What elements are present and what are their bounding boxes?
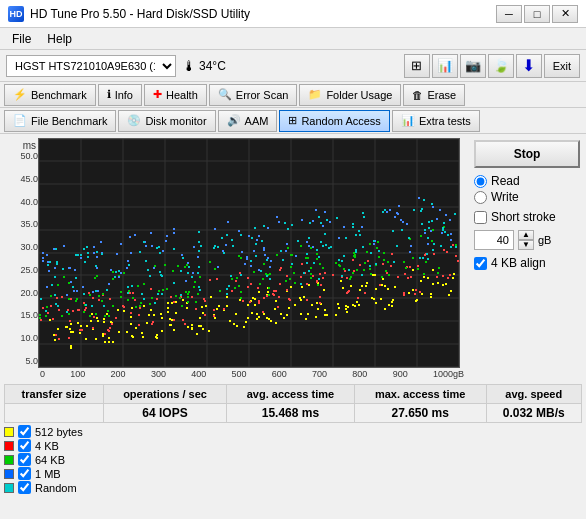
- x-val-1: 100: [70, 369, 85, 379]
- minimize-button[interactable]: ─: [496, 5, 522, 23]
- toolbar-icon-3[interactable]: 📷: [460, 54, 486, 78]
- write-radio-label[interactable]: Write: [474, 190, 580, 204]
- stroke-spinner-input[interactable]: [474, 230, 514, 250]
- spinner-up-button[interactable]: ▲: [518, 230, 534, 240]
- legend-cell: [5, 404, 104, 423]
- x-val-0: 0: [40, 369, 45, 379]
- close-button[interactable]: ✕: [552, 5, 578, 23]
- tab-benchmark[interactable]: ⚡ Benchmark: [4, 84, 96, 106]
- spinner-row: ▲ ▼ gB: [474, 230, 580, 250]
- read-label: Read: [491, 174, 520, 188]
- y-val-4: 30.0: [4, 242, 38, 252]
- legend-color-box: [4, 441, 14, 451]
- tab-disk-monitor-label: Disk monitor: [145, 115, 206, 127]
- tab-health-label: Health: [166, 89, 198, 101]
- file-benchmark-icon: 📄: [13, 114, 27, 127]
- toolbar-icon-1[interactable]: ⊞: [404, 54, 430, 78]
- legend-checkbox-0[interactable]: [18, 425, 31, 438]
- legend-checkbox-3[interactable]: [18, 467, 31, 480]
- tab-aam[interactable]: 🔊 AAM: [218, 110, 278, 132]
- tab-folder-usage[interactable]: 📁 Folder Usage: [299, 84, 401, 106]
- toolbar-icon-5[interactable]: ⬇: [516, 54, 542, 78]
- menu-file[interactable]: File: [4, 30, 39, 48]
- legend-color-box: [4, 455, 14, 465]
- benchmark-chart: [38, 138, 460, 368]
- app-title: HD Tune Pro 5.50 - Hard Disk/SSD Utility: [30, 7, 250, 21]
- short-stroke-checkbox[interactable]: [474, 211, 487, 224]
- app-icon: HD: [8, 6, 24, 22]
- short-stroke-text: Short stroke: [491, 210, 556, 224]
- tab-info-label: Info: [115, 89, 133, 101]
- read-radio[interactable]: [474, 175, 487, 188]
- tab-random-access[interactable]: ⊞ Random Access: [279, 110, 389, 132]
- random-access-icon: ⊞: [288, 114, 297, 127]
- tab-error-scan-label: Error Scan: [236, 89, 289, 101]
- y-val-9: 5.0: [4, 356, 38, 366]
- legend-label: 4 KB: [35, 440, 59, 452]
- y-axis: ms 50.0 45.0 40.0 35.0 30.0 25.0 20.0 15…: [4, 138, 38, 368]
- legend-checkbox-4[interactable]: [18, 481, 31, 494]
- x-val-2: 200: [111, 369, 126, 379]
- legend-color-box: [4, 427, 14, 437]
- legend-label: 64 KB: [35, 454, 65, 466]
- legend-item: 512 bytes: [4, 425, 582, 438]
- tabs-row-1: ⚡ Benchmark ℹ Info ✚ Health 🔍 Error Scan…: [0, 82, 586, 108]
- tab-file-benchmark[interactable]: 📄 File Benchmark: [4, 110, 116, 132]
- stats-data-row: 64 IOPS 15.468 ms 27.650 ms 0.032 MB/s: [5, 404, 582, 423]
- tab-extra-tests[interactable]: 📊 Extra tests: [392, 110, 480, 132]
- x-val-6: 600: [272, 369, 287, 379]
- title-bar-left: HD HD Tune Pro 5.50 - Hard Disk/SSD Util…: [8, 6, 250, 22]
- col-avg-speed: avg. speed: [486, 385, 582, 404]
- x-val-10: 1000gB: [433, 369, 464, 379]
- toolbar-icon-4[interactable]: 🍃: [488, 54, 514, 78]
- extra-tests-icon: 📊: [401, 114, 415, 127]
- main-content: ms 50.0 45.0 40.0 35.0 30.0 25.0 20.0 15…: [0, 134, 586, 384]
- legend-checkbox-1[interactable]: [18, 439, 31, 452]
- drive-selector[interactable]: HGST HTS721010A9E630 (1000 gB): [6, 55, 176, 77]
- avg-access-value: 15.468 ms: [227, 404, 355, 423]
- legend-item: 1 MB: [4, 467, 582, 480]
- toolbar-icon-2[interactable]: 📊: [432, 54, 458, 78]
- legend-item: 64 KB: [4, 453, 582, 466]
- x-axis: 0 100 200 300 400 500 600 700 800 900 10…: [4, 368, 466, 380]
- spinner-buttons: ▲ ▼: [518, 230, 534, 250]
- tab-disk-monitor[interactable]: 💿 Disk monitor: [118, 110, 215, 132]
- x-val-9: 900: [393, 369, 408, 379]
- health-icon: ✚: [153, 88, 162, 101]
- tab-error-scan[interactable]: 🔍 Error Scan: [209, 84, 298, 106]
- stop-button[interactable]: Stop: [474, 140, 580, 168]
- tab-info[interactable]: ℹ Info: [98, 84, 142, 106]
- benchmark-icon: ⚡: [13, 88, 27, 101]
- col-avg-access: avg. access time: [227, 385, 355, 404]
- exit-button[interactable]: Exit: [544, 54, 580, 78]
- spinner-unit: gB: [538, 234, 551, 246]
- tab-health[interactable]: ✚ Health: [144, 84, 207, 106]
- menu-help[interactable]: Help: [39, 30, 80, 48]
- legend-item: Random: [4, 481, 582, 494]
- write-label: Write: [491, 190, 519, 204]
- spinner-down-button[interactable]: ▼: [518, 240, 534, 250]
- legend-checkbox-2[interactable]: [18, 453, 31, 466]
- rw-radio-group: Read Write: [474, 174, 580, 204]
- y-val-6: 20.0: [4, 288, 38, 298]
- y-val-5: 25.0: [4, 265, 38, 275]
- align-label[interactable]: 4 KB align: [474, 256, 580, 270]
- x-val-8: 800: [352, 369, 367, 379]
- y-val-1: 45.0: [4, 174, 38, 184]
- maximize-button[interactable]: □: [524, 5, 550, 23]
- error-scan-icon: 🔍: [218, 88, 232, 101]
- title-bar-controls: ─ □ ✕: [496, 5, 578, 23]
- tab-benchmark-label: Benchmark: [31, 89, 87, 101]
- legend-color-box: [4, 469, 14, 479]
- toolbar-icons: ⊞ 📊 📷 🍃 ⬇ Exit: [404, 54, 580, 78]
- y-label-ms: ms: [4, 140, 38, 151]
- stats-table: transfer size operations / sec avg. acce…: [4, 384, 582, 423]
- short-stroke-label[interactable]: Short stroke: [474, 210, 580, 224]
- align-checkbox[interactable]: [474, 257, 487, 270]
- tab-file-benchmark-label: File Benchmark: [31, 115, 107, 127]
- col-transfer-size: transfer size: [5, 385, 104, 404]
- write-radio[interactable]: [474, 191, 487, 204]
- tab-extra-tests-label: Extra tests: [419, 115, 471, 127]
- tab-erase[interactable]: 🗑 Erase: [403, 84, 465, 106]
- read-radio-label[interactable]: Read: [474, 174, 580, 188]
